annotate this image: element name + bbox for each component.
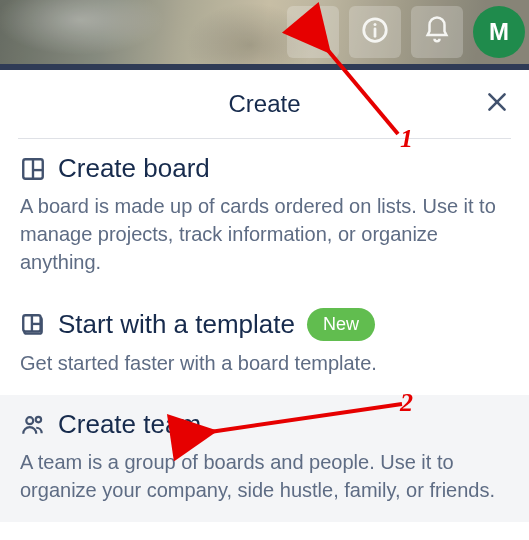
option-title: Create board: [58, 153, 210, 184]
option-desc: A team is a group of boards and people. …: [20, 448, 509, 504]
info-icon: [360, 15, 390, 49]
create-popover: Create Create board A board is made up o…: [0, 70, 529, 540]
option-create-board[interactable]: Create board A board is made up of cards…: [0, 139, 529, 294]
avatar-initial: M: [489, 18, 509, 46]
option-start-template[interactable]: Start with a template New Get started fa…: [0, 294, 529, 395]
option-title: Start with a template: [58, 309, 295, 340]
board-icon: [20, 156, 46, 182]
svg-point-4: [374, 23, 377, 26]
bell-icon: [422, 15, 452, 49]
notifications-button[interactable]: [411, 6, 463, 58]
popover-title: Create: [228, 90, 300, 118]
svg-point-14: [26, 417, 33, 424]
option-desc: Get started faster with a board template…: [20, 349, 509, 377]
plus-icon: [298, 15, 328, 49]
option-title: Create team: [58, 409, 201, 440]
template-icon: [20, 312, 46, 338]
info-button[interactable]: [349, 6, 401, 58]
svg-point-15: [36, 416, 41, 421]
option-create-team[interactable]: Create team A team is a group of boards …: [0, 395, 529, 522]
close-button[interactable]: [479, 86, 515, 122]
option-desc: A board is made up of cards ordered on l…: [20, 192, 509, 276]
team-icon: [20, 412, 46, 438]
user-avatar[interactable]: M: [473, 6, 525, 58]
new-badge: New: [307, 308, 375, 341]
header-icon-bar: M: [287, 6, 525, 58]
add-button[interactable]: [287, 6, 339, 58]
close-icon: [484, 89, 510, 119]
popover-header: Create: [0, 70, 529, 138]
